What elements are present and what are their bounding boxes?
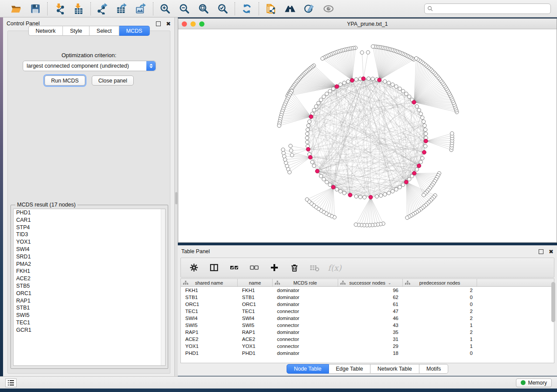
search-input[interactable] xyxy=(433,6,548,12)
tab-mcds[interactable]: MCDS xyxy=(119,26,150,36)
column-header-MCDS-role[interactable]: MCDS role xyxy=(273,279,338,286)
task-history-button[interactable] xyxy=(5,378,17,387)
tab-node-table[interactable]: Node Table xyxy=(287,364,329,374)
tab-motifs[interactable]: Motifs xyxy=(419,364,448,374)
deselect-all-checkboxes-icon[interactable] xyxy=(249,262,259,273)
show-graphics-details-icon[interactable] xyxy=(322,3,335,15)
network-window-titlebar[interactable]: YPA_prune.txt_1 xyxy=(178,19,557,29)
memory-status-icon xyxy=(521,380,526,385)
tab-network[interactable]: Network xyxy=(28,26,63,36)
desktop-wallpaper-strip-bottom xyxy=(0,389,557,392)
mcds-result-item[interactable]: PHD1 xyxy=(14,209,165,217)
table-row[interactable]: YOX1YOX1connector291 xyxy=(181,343,554,350)
mcds-result-item[interactable]: STB1 xyxy=(14,304,165,312)
tab-style[interactable]: Style xyxy=(63,26,90,36)
table-cell: dominator xyxy=(273,351,338,356)
table-row[interactable]: ACE2ACE2connector311 xyxy=(181,336,554,343)
close-table-panel-icon[interactable]: ✖ xyxy=(549,249,554,254)
table-cell: YOX1 xyxy=(181,344,238,349)
table-cell: FKH1 xyxy=(181,288,238,293)
zoom-selected-icon[interactable] xyxy=(217,3,229,15)
settings-gear-icon[interactable] xyxy=(189,262,199,273)
export-table-icon[interactable] xyxy=(116,3,128,15)
mcds-result-item[interactable]: CAR1 xyxy=(14,217,165,224)
mcds-result-item[interactable]: YOX1 xyxy=(14,238,165,246)
zoom-fit-icon[interactable] xyxy=(197,3,210,15)
network-graph-canvas[interactable] xyxy=(178,29,557,242)
delete-table-icon[interactable] xyxy=(309,262,320,273)
export-network-icon[interactable] xyxy=(97,3,109,15)
mcds-result-item[interactable]: SRD1 xyxy=(14,253,165,261)
float-window-icon[interactable] xyxy=(156,21,161,26)
table-cell: PHD1 xyxy=(181,351,238,356)
run-mcds-button[interactable]: Run MCDS xyxy=(45,76,85,86)
select-all-checkboxes-icon[interactable] xyxy=(229,262,239,273)
column-header-successor-nodes[interactable]: successor nodes⌄ xyxy=(338,279,403,286)
close-panel-button[interactable]: Close panel xyxy=(92,76,134,86)
mcds-result-item[interactable]: TEC1 xyxy=(14,319,165,327)
splitter-handle[interactable] xyxy=(175,192,177,204)
search-icon xyxy=(427,6,433,12)
network-from-selection-icon[interactable] xyxy=(265,3,277,15)
table-cell: 0 xyxy=(403,302,477,307)
node-table-header: shared namename MCDS role successor node… xyxy=(181,279,554,287)
open-file-icon[interactable] xyxy=(10,3,22,15)
mcds-result-item[interactable]: STP4 xyxy=(14,224,165,231)
mcds-result-item[interactable]: ORC1 xyxy=(14,290,165,297)
mcds-result-list[interactable]: PHD1CAR1STP4TID3YOX1SWI4SRD1PMA2FKH1ACE2… xyxy=(13,209,166,366)
import-table-icon[interactable] xyxy=(73,3,85,15)
show-columns-icon[interactable] xyxy=(209,262,219,273)
mcds-result-item[interactable]: ACE2 xyxy=(14,275,165,282)
tab-select[interactable]: Select xyxy=(90,26,119,36)
table-row[interactable]: ORC1ORC1dominator610 xyxy=(181,301,554,308)
search-all-networks-icon[interactable] xyxy=(284,3,296,15)
table-row[interactable]: PHD1PHD1dominator180 xyxy=(181,350,554,357)
node-table[interactable]: shared namename MCDS role successor node… xyxy=(180,279,554,363)
sort-descending-icon: ⌄ xyxy=(388,281,391,285)
zoom-out-icon[interactable] xyxy=(178,3,190,15)
mcds-result-scrollbar[interactable] xyxy=(161,209,165,365)
add-column-icon[interactable] xyxy=(269,262,280,273)
function-builder-icon[interactable]: f(x) xyxy=(329,262,340,273)
table-panel: Table Panel ✖ f(x) shared namename MCDS … xyxy=(178,245,557,376)
table-row[interactable]: TEC1TEC1connector472 xyxy=(181,308,554,315)
tab-network-table[interactable]: Network Table xyxy=(370,364,419,374)
memory-button[interactable]: Memory xyxy=(516,378,552,387)
close-panel-icon[interactable]: ✖ xyxy=(166,21,171,27)
table-row[interactable]: SWI4SWI4dominator462 xyxy=(181,315,554,322)
tab-edge-table[interactable]: Edge Table xyxy=(329,364,370,374)
table-cell: 1 xyxy=(403,337,477,342)
table-scrollbar[interactable] xyxy=(551,280,556,361)
table-row[interactable]: SWI5SWI5connector431 xyxy=(181,322,554,329)
table-cell: dominator xyxy=(273,295,338,300)
table-cell: STB1 xyxy=(238,295,273,300)
main-toolbar xyxy=(0,0,557,17)
import-network-icon[interactable] xyxy=(53,3,66,15)
column-header-shared-name[interactable]: shared name xyxy=(181,279,238,286)
mcds-result-item[interactable]: STB5 xyxy=(14,282,165,290)
table-row[interactable]: RAP1RAP1dominator352 xyxy=(181,329,554,336)
table-cell: FKH1 xyxy=(238,288,273,293)
mcds-result-item[interactable]: FKH1 xyxy=(14,268,165,275)
mcds-result-item[interactable]: SWI5 xyxy=(14,312,165,319)
delete-column-icon[interactable] xyxy=(289,262,300,273)
search-box[interactable] xyxy=(424,3,551,14)
mcds-result-item[interactable]: RAP1 xyxy=(14,297,165,305)
zoom-in-icon[interactable] xyxy=(159,3,171,15)
export-image-icon[interactable] xyxy=(135,3,147,15)
optimization-criterion-select[interactable]: largest connected component (undirected) xyxy=(23,61,156,71)
save-session-icon[interactable] xyxy=(29,3,42,15)
mcds-result-item[interactable]: SWI4 xyxy=(14,246,165,253)
float-table-panel-icon[interactable] xyxy=(539,249,543,254)
table-row[interactable]: STB1STB1dominator620 xyxy=(181,294,554,301)
refresh-network-icon[interactable] xyxy=(241,3,253,15)
column-header-name[interactable]: name xyxy=(238,279,273,286)
vizmapper-icon[interactable] xyxy=(303,3,315,15)
mcds-result-item[interactable]: TID3 xyxy=(14,231,165,238)
mcds-result-item[interactable]: PMA2 xyxy=(14,261,165,268)
table-cell: 1 xyxy=(403,323,477,328)
column-header-predecessor-nodes[interactable]: predecessor nodes xyxy=(403,279,477,286)
table-row[interactable]: FKH1FKH1dominator962 xyxy=(181,287,554,294)
mcds-result-item[interactable]: GCR1 xyxy=(14,327,165,334)
control-panel: Control Panel ✖ NetworkStyleSelectMCDS O… xyxy=(3,17,175,376)
